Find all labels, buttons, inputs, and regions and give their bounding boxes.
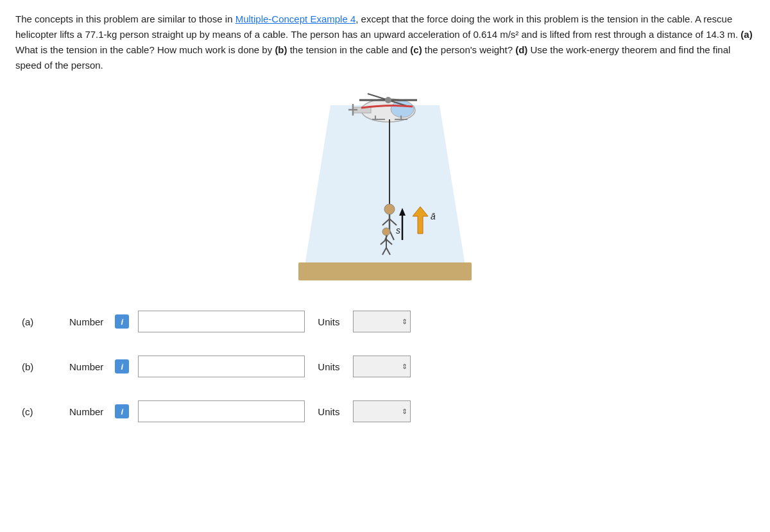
- input-row-c: (c)NumberiUnitsNJm/skgW: [22, 400, 755, 422]
- part-label-a: (a): [22, 316, 60, 327]
- info-button-b[interactable]: i: [115, 359, 129, 373]
- bold-d: (d): [515, 44, 527, 55]
- number-input-a[interactable]: [138, 311, 305, 332]
- svg-rect-1: [298, 262, 472, 280]
- bold-c: (c): [410, 44, 422, 55]
- illustration-container: s ā: [15, 86, 755, 291]
- number-label-b: Number: [69, 361, 103, 372]
- svg-point-15: [384, 204, 395, 214]
- units-select-c[interactable]: NJm/skgW: [353, 400, 411, 422]
- bold-a: (a): [740, 29, 752, 40]
- units-select-b[interactable]: NJm/skgW: [353, 356, 411, 377]
- info-button-c[interactable]: i: [115, 404, 129, 418]
- example-link[interactable]: Multiple-Concept Example 4: [235, 13, 356, 24]
- units-label-c: Units: [318, 406, 339, 417]
- part-label-c: (c): [22, 406, 60, 417]
- number-label-c: Number: [69, 406, 103, 417]
- number-label-a: Number: [69, 316, 103, 327]
- info-button-a[interactable]: i: [115, 314, 129, 329]
- units-select-wrapper-a: NJm/skgW: [353, 311, 411, 332]
- svg-text:ā: ā: [431, 211, 436, 221]
- svg-point-3: [391, 101, 414, 117]
- illustration-svg: s ā: [292, 86, 478, 291]
- input-row-b: (b)NumberiUnitsNJm/skgW: [22, 356, 755, 377]
- illustration: s ā: [292, 86, 478, 291]
- units-select-a[interactable]: NJm/skgW: [353, 311, 411, 332]
- problem-text-before-link: The concepts in this problem are similar…: [15, 13, 235, 24]
- problem-text: The concepts in this problem are similar…: [15, 12, 753, 73]
- number-input-c[interactable]: [138, 400, 305, 422]
- units-label-b: Units: [318, 361, 339, 372]
- text-c: the person's weight?: [422, 44, 515, 55]
- text-a: What is the tension in the cable? How mu…: [15, 44, 275, 55]
- inputs-section: (a)NumberiUnitsNJm/skgW(b)NumberiUnitsNJ…: [15, 311, 755, 422]
- bold-b: (b): [275, 44, 287, 55]
- input-row-a: (a)NumberiUnitsNJm/skgW: [22, 311, 755, 332]
- units-label-a: Units: [318, 316, 339, 327]
- units-select-wrapper-c: NJm/skgW: [353, 400, 411, 422]
- svg-point-9: [385, 97, 391, 103]
- number-input-b[interactable]: [138, 356, 305, 377]
- svg-marker-0: [305, 105, 465, 266]
- svg-text:s: s: [396, 225, 400, 236]
- part-label-b: (b): [22, 361, 60, 372]
- svg-point-21: [382, 228, 390, 236]
- text-b: the tension in the cable and: [287, 44, 411, 55]
- units-select-wrapper-b: NJm/skgW: [353, 356, 411, 377]
